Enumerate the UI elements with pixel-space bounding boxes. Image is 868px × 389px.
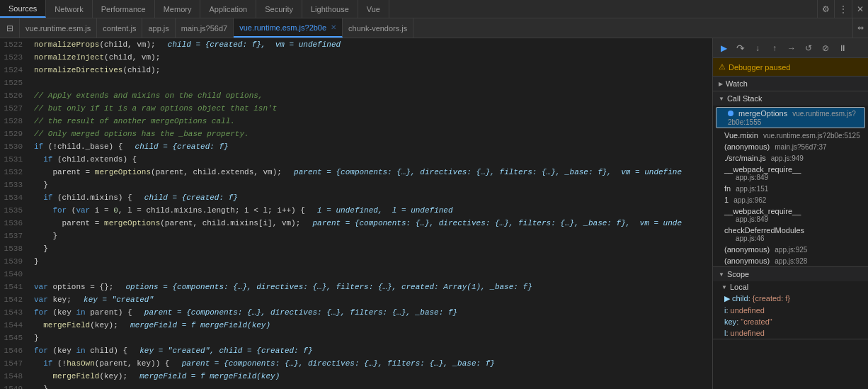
call-stack-item-8[interactable]: checkDeferredModules app.js:46: [713, 225, 868, 244]
more-button[interactable]: ⋮: [834, 0, 852, 18]
code-line-1548: mergeField(key); mergeField = f mergeFie…: [34, 370, 712, 383]
file-tab-chunk-vendors[interactable]: chunk-vendors.js: [343, 18, 413, 38]
code-line-1524: normalizeDirectives(child);: [34, 64, 712, 77]
pause-on-exceptions-button[interactable]: ⏸: [835, 40, 850, 56]
file-panel-end-button[interactable]: ⇔: [852, 18, 868, 38]
settings-button[interactable]: ⚙: [817, 0, 834, 18]
stack-fn-name: fn: [724, 184, 731, 193]
code-line-1537: }: [34, 230, 712, 242]
stack-fn-name: (anonymous): [724, 245, 770, 254]
close-tab-button[interactable]: ✕: [331, 23, 336, 31]
scope-label: Scope: [727, 270, 749, 278]
code-line-1530: if (!child._base) { child = {created: f}: [34, 140, 712, 153]
call-stack-item-3[interactable]: ./src/main.js app.js:949: [713, 152, 868, 164]
tab-application[interactable]: Application: [200, 0, 256, 18]
stack-loc: app.js:925: [775, 246, 807, 254]
code-line-1538: }: [34, 242, 712, 255]
scope-section: ▼ Scope ▼ Local ▶ child: {created: f} i:…: [713, 267, 868, 339]
close-devtools-button[interactable]: ✕: [852, 0, 868, 18]
call-stack-item-2[interactable]: (anonymous) main.js?56d7:37: [713, 141, 868, 152]
file-tab-vue-runtime[interactable]: vue.runtime.esm.js: [20, 18, 97, 38]
file-tab-label: chunk-vendors.js: [348, 24, 407, 33]
file-tabs: vue.runtime.esm.js content.js app.js mai…: [20, 18, 852, 38]
file-tab-app[interactable]: app.js: [142, 18, 175, 38]
stack-loc: app.js:46: [724, 235, 862, 242]
scope-item-key: key: "created": [713, 316, 868, 327]
call-stack-section: ▼ Call Stack mergeOptions vue.runtime.es…: [713, 91, 868, 267]
step-over-button[interactable]: ↷: [733, 40, 748, 56]
call-stack-item-6[interactable]: 1 app.js:962: [713, 194, 868, 205]
step-button[interactable]: →: [784, 40, 799, 56]
call-stack-item-0[interactable]: mergeOptions vue.runtime.esm.js?2b0e:155…: [716, 107, 865, 128]
call-stack-label: Call Stack: [727, 94, 763, 103]
call-stack-item-1[interactable]: Vue.mixin vue.runtime.esm.js?2b0e:5125: [713, 130, 868, 141]
call-stack-item-5[interactable]: fn app.js:151: [713, 183, 868, 194]
watch-section-header[interactable]: ▶ Watch: [713, 77, 868, 91]
collapse-sidebar-button[interactable]: ⊟: [0, 18, 20, 38]
code-editor[interactable]: 1522 1523 1524 1525 1526 1527 1528 1529 …: [0, 38, 712, 389]
code-line-1535: for (var i = 0, l = child.mixins.length;…: [34, 204, 712, 217]
code-line-1526: // Apply extends and mixins on the child…: [34, 89, 712, 102]
stack-loc: app.js:849: [724, 215, 862, 223]
scope-key: ▶ child: [724, 294, 748, 303]
watch-section: ▶ Watch: [713, 77, 868, 91]
file-tab-main[interactable]: main.js?56d7: [176, 18, 234, 38]
code-line-1546: for (key in child) { key = "created", ch…: [34, 344, 712, 357]
stack-fn-name: ./src/main.js: [724, 154, 766, 162]
call-stack-item-9[interactable]: (anonymous) app.js:925: [713, 244, 868, 255]
scope-item-l: l: undefined: [713, 327, 868, 339]
stack-loc: main.js?56d7:37: [775, 143, 826, 151]
code-line-1542: var key; key = "created": [34, 293, 712, 306]
code-lines: normalizeProps(child, vm); child = {crea…: [28, 38, 712, 389]
stack-loc: app.js:949: [771, 154, 804, 162]
call-stack-item-10[interactable]: (anonymous) app.js:928: [713, 255, 868, 266]
scope-val: undefined: [731, 306, 765, 315]
watch-triangle-icon: ▶: [719, 81, 723, 87]
step-into-button[interactable]: ↓: [750, 40, 765, 56]
call-stack-item-4[interactable]: __webpack_require__ app.js:849: [713, 164, 868, 183]
tab-security[interactable]: Security: [256, 0, 302, 18]
stack-fn-name: mergeOptions: [738, 109, 787, 118]
resume-button[interactable]: ▶: [716, 40, 731, 56]
call-stack-triangle-icon: ▼: [719, 96, 724, 102]
stack-fn-name: __webpack_require__: [724, 165, 801, 174]
stack-fn-name: checkDeferredModules: [724, 226, 804, 235]
file-tab-label: app.js: [148, 24, 169, 33]
call-stack-item-7[interactable]: __webpack_require__ app.js:849: [713, 205, 868, 225]
file-tab-content[interactable]: content.js: [97, 18, 142, 38]
code-line-1544: mergeField(key); mergeField = f mergeFie…: [34, 319, 712, 332]
code-line-1545: }: [34, 332, 712, 344]
code-line-1541: var options = {}; options = {components:…: [34, 281, 712, 293]
scope-item-child: ▶ child: {created: f}: [713, 293, 868, 305]
stack-loc: vue.runtime.esm.js?2b0e:5125: [763, 132, 860, 140]
debug-dot-icon: [728, 111, 733, 116]
tab-vue[interactable]: Vue: [358, 0, 389, 18]
tab-performance[interactable]: Performance: [93, 0, 155, 18]
file-tab-label: main.js?56d7: [181, 24, 227, 33]
deactivate-button[interactable]: ⊘: [818, 40, 833, 56]
code-line-1534: if (child.mixins) { child = {created: f}: [34, 191, 712, 204]
file-tab-vue-runtime-active[interactable]: vue.runtime.esm.js?2b0e ✕: [234, 18, 343, 38]
code-line-1531: if (child.extends) {: [34, 153, 712, 166]
code-line-1543: for (key in parent) { parent = {componen…: [34, 306, 712, 319]
file-tab-label: vue.runtime.esm.js: [25, 24, 91, 33]
right-panel: ▶ ↷ ↓ ↑ → ↺ ⊘ ⏸ ⚠ Debugger paused ▶ Watc…: [712, 38, 868, 389]
tab-memory[interactable]: Memory: [155, 0, 201, 18]
step-back-button[interactable]: ↺: [801, 40, 816, 56]
tab-sources[interactable]: Sources: [0, 0, 46, 18]
file-tab-label: content.js: [103, 24, 136, 33]
stack-fn-name: __webpack_require__: [724, 207, 801, 215]
stack-loc: app.js:151: [736, 185, 768, 193]
stack-fn-name: (anonymous): [724, 142, 770, 151]
watch-label: Watch: [726, 79, 748, 88]
code-line-1528: // the result of another mergeOptions ca…: [34, 115, 712, 128]
local-scope-group[interactable]: ▼ Local: [713, 281, 868, 293]
scope-section-header[interactable]: ▼ Scope: [713, 267, 868, 281]
tab-network[interactable]: Network: [46, 0, 92, 18]
step-out-button[interactable]: ↑: [767, 40, 782, 56]
tab-lighthouse[interactable]: Lighthouse: [302, 0, 358, 18]
local-triangle-icon: ▼: [721, 284, 727, 291]
call-stack-header[interactable]: ▼ Call Stack: [713, 91, 868, 106]
code-line-1539: }: [34, 255, 712, 268]
stack-fn-name: 1: [724, 196, 729, 204]
